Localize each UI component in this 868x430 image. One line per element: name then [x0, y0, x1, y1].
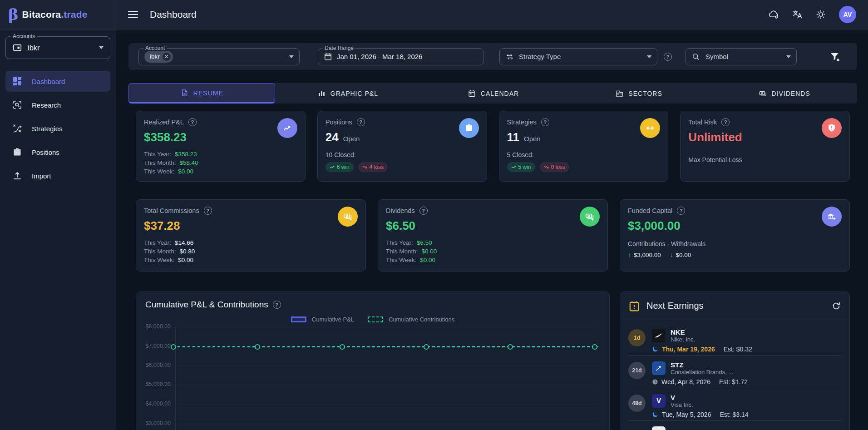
top-bar-actions: AV	[768, 6, 856, 23]
date-range-filter[interactable]: Date Range Jan 01, 2026 - Mar 18, 2026	[318, 48, 483, 65]
account-chip[interactable]: ibkr	[144, 51, 173, 63]
help-icon[interactable]: ?	[188, 118, 197, 126]
days-until-badge: 1d	[628, 329, 646, 346]
earnings-estimate: Est: $3.14	[720, 411, 748, 418]
kv-value: $0.80	[180, 248, 195, 255]
legend-swatch-pnl[interactable]	[291, 316, 306, 322]
card-label: Total Commissions	[144, 207, 199, 214]
search-icon	[691, 52, 700, 61]
gridline	[175, 424, 599, 424]
earnings-item-oxy[interactable]: OXY	[628, 421, 841, 430]
help-icon[interactable]: ?	[204, 207, 212, 215]
tab-label: SECTORS	[628, 90, 662, 97]
card-label: Positions	[326, 119, 352, 126]
help-icon[interactable]: ?	[541, 118, 549, 126]
cards-area: Realized P&L ? $358.23 This Year:$358.23…	[128, 111, 857, 430]
kv-key: This Year:	[144, 239, 171, 246]
gridline	[175, 366, 599, 366]
filter-clear-icon[interactable]	[829, 51, 841, 63]
help-icon[interactable]: ?	[677, 207, 685, 215]
help-icon[interactable]: ?	[273, 301, 281, 309]
y-axis-line	[175, 327, 176, 430]
help-icon[interactable]: ?	[721, 118, 730, 126]
briefcase-icon	[459, 118, 479, 138]
symbol-filter[interactable]	[686, 48, 797, 65]
sidebar-item-label: Strategies	[32, 125, 63, 133]
tab-resume[interactable]: RESUME	[128, 83, 275, 104]
import-icon	[12, 170, 23, 181]
legend-swatch-contributions[interactable]	[368, 316, 383, 322]
earnings-item-nke[interactable]: 1d NKE Nike, Inc.	[628, 323, 841, 356]
win-badge: 5 win	[507, 162, 535, 172]
series-point	[508, 344, 513, 350]
payments-plus-icon	[580, 207, 600, 227]
chip-remove-icon[interactable]	[163, 53, 171, 61]
kv-value: $0.00	[178, 257, 193, 263]
stz-logo	[652, 361, 666, 375]
next-earnings-card: Next Earnings 1d	[620, 292, 850, 430]
series-point	[255, 344, 260, 350]
kv-key: This Month:	[144, 159, 176, 166]
date-range-value: Jan 01, 2026 - Mar 18, 2026	[337, 53, 422, 60]
translate-icon[interactable]	[792, 9, 803, 20]
menu-icon[interactable]	[128, 11, 138, 18]
company-name: Constellation Brands, ...	[671, 369, 733, 376]
chevron-down-icon	[289, 55, 294, 58]
trending-down-icon	[362, 165, 367, 169]
payments-icon	[759, 89, 767, 98]
card-label: Dividends	[386, 207, 415, 214]
sidebar-item-positions[interactable]: Positions	[5, 142, 110, 163]
cloud-sync-icon[interactable]	[768, 9, 779, 20]
open-count: 24	[326, 130, 339, 144]
nike-logo	[652, 329, 666, 342]
refresh-icon[interactable]	[831, 301, 841, 311]
earnings-date: Tue, May 5, 2026	[662, 411, 711, 418]
y-axis-tick: $4,000.00	[143, 400, 171, 407]
earnings-title: Next Earnings	[646, 301, 704, 311]
tab-graphic-pnl[interactable]: GRAPHIC P&L	[275, 83, 421, 104]
kv-key: This Month:	[386, 248, 418, 255]
moon-icon	[652, 411, 659, 418]
sidebar-item-import[interactable]: Import	[5, 165, 110, 186]
kv-key: This Year:	[144, 151, 171, 158]
tab-sectors[interactable]: SECTORS	[566, 83, 712, 104]
symbol-input[interactable]	[705, 52, 765, 61]
accounts-select[interactable]: Accounts ibkr	[5, 36, 110, 59]
sidebar-item-research[interactable]: Research	[5, 94, 110, 115]
help-icon[interactable]: ?	[664, 53, 672, 61]
earnings-item-stz[interactable]: 21d STZ Constellation Brands, ...	[628, 356, 841, 388]
brightness-icon[interactable]	[815, 9, 826, 20]
y-axis-tick: $6,000.00	[143, 362, 171, 368]
tab-label: CALENDAR	[481, 90, 519, 97]
win-badge-label: 6 win	[337, 164, 350, 170]
gridline	[175, 385, 599, 385]
open-suffix: Open	[524, 135, 541, 143]
date-range-label: Date Range	[323, 45, 355, 51]
closed-label: 5 Closed:	[507, 151, 661, 158]
card-sub-label: Max Potential Loss	[688, 156, 842, 163]
ticker: NKE	[671, 328, 695, 336]
earnings-list: 1d NKE Nike, Inc.	[620, 323, 849, 430]
help-icon[interactable]: ?	[357, 118, 365, 126]
cumulative-pnl-chart-card: Cumulative P&L & Contributions ? Cumulat…	[136, 292, 610, 430]
legend-label-contributions[interactable]: Cumulative Contributions	[389, 316, 454, 323]
sidebar-item-strategies[interactable]: Strategies	[5, 118, 110, 139]
sidebar-item-label: Research	[32, 101, 61, 109]
trending-down-icon	[544, 165, 549, 169]
legend-label-pnl[interactable]: Cumulative P&L	[312, 316, 354, 323]
help-icon[interactable]: ?	[419, 207, 428, 215]
strategy-type-filter[interactable]: Strategy Type	[499, 48, 657, 65]
earnings-date: Thu, Mar 19, 2026	[662, 346, 715, 353]
accounts-select-value: ibkr	[28, 44, 40, 52]
tab-calendar[interactable]: CALENDAR	[420, 83, 566, 104]
arrow-up-icon: ↑	[628, 252, 631, 258]
avatar[interactable]: AV	[839, 6, 856, 23]
sidebar-item-dashboard[interactable]: Dashboard	[5, 71, 110, 92]
card-label: Realized P&L	[144, 119, 184, 126]
earnings-item-v[interactable]: 48d V V Visa Inc.	[628, 388, 841, 421]
calendar-icon	[468, 89, 476, 98]
account-filter[interactable]: Account ibkr	[138, 48, 300, 65]
chart-title: Cumulative P&L & Contributions	[145, 300, 268, 310]
tab-dividends[interactable]: DIVIDENDS	[711, 83, 857, 104]
account-chip-label: ibkr	[150, 53, 160, 60]
